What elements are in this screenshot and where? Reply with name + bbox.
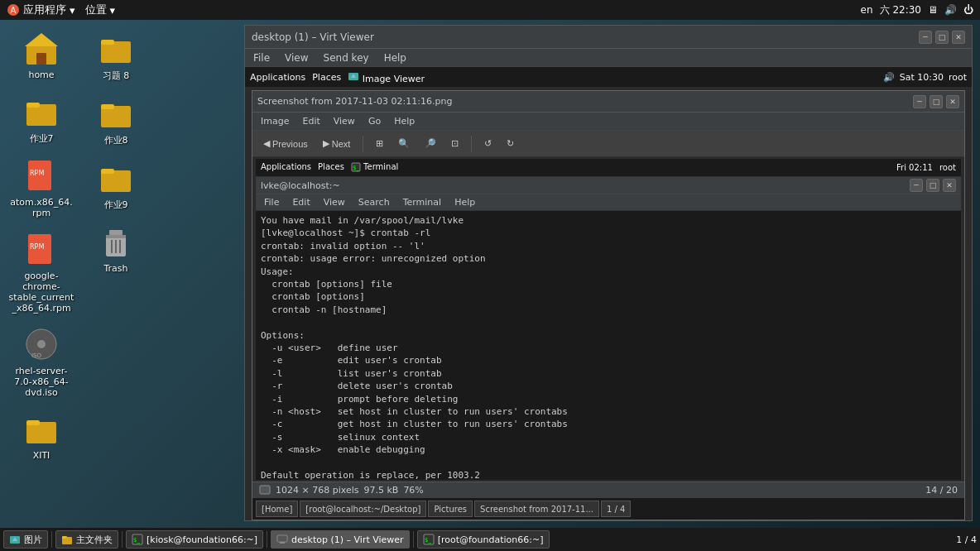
- rhel-iso-icon: ISO: [22, 324, 61, 364]
- iv-menu-image[interactable]: Image: [257, 114, 292, 128]
- taskbar-terminal[interactable]: $_ [kiosk@foundation66:~]: [126, 530, 263, 549]
- menu-help[interactable]: Help: [381, 50, 410, 65]
- svg-rect-40: [280, 542, 285, 544]
- inner-user: root: [949, 72, 967, 83]
- term-time: Fri 02:11: [896, 163, 933, 172]
- desktop-icon-chrome[interactable]: RPM google-chrome-stable_current_x86_64.…: [8, 229, 74, 314]
- svg-rect-39: [277, 535, 287, 542]
- desktop-icon-zuoye9[interactable]: 作业9: [83, 157, 149, 211]
- terminal-content[interactable]: You have mail in /var/spool/mail/lvke [l…: [256, 211, 961, 480]
- term-apps-label[interactable]: Applications: [261, 162, 311, 172]
- close-button[interactable]: ✕: [952, 31, 965, 44]
- desktop-icon-rhel[interactable]: ISO rhel-server-7.0-x86_64-dvd.iso: [8, 324, 74, 398]
- bottom-taskbar: 图片 主文件夹 $_ [kiosk@foundation66:~] deskto…: [0, 528, 980, 551]
- menu-file[interactable]: File: [250, 50, 273, 65]
- statusbar-zoom: 76%: [403, 485, 423, 496]
- desktop-icon-zuoye7[interactable]: 作业7: [8, 91, 74, 145]
- inner-task-screenshot[interactable]: Screenshot from 2017-11...: [474, 501, 599, 517]
- svg-text:$_: $_: [353, 165, 359, 171]
- actual-size-button[interactable]: ⊡: [445, 136, 464, 151]
- rotate-cw-button[interactable]: ↻: [501, 136, 520, 151]
- scr-minimize[interactable]: ─: [913, 95, 926, 108]
- desktop-icon-trash[interactable]: Trash: [83, 222, 149, 274]
- rotate-ccw-button[interactable]: ↺: [478, 136, 497, 151]
- zoom-out-button[interactable]: 🔍: [392, 136, 416, 151]
- statusbar-page: 14 / 20: [925, 485, 958, 496]
- term-menu-edit[interactable]: Edit: [289, 195, 313, 209]
- svg-rect-24: [109, 230, 122, 235]
- menu-view[interactable]: View: [281, 50, 311, 65]
- next-button[interactable]: ▶ Next: [317, 136, 357, 151]
- svg-rect-4: [36, 53, 46, 65]
- scr-close[interactable]: ✕: [946, 95, 959, 108]
- svg-rect-21: [101, 169, 114, 174]
- trash-label: Trash: [103, 263, 127, 274]
- scr-maximize[interactable]: □: [930, 95, 943, 108]
- svg-rect-36: [62, 536, 67, 539]
- iv-menu-edit[interactable]: Edit: [299, 114, 323, 128]
- top-bar-right: en 六 22:30 🖥 🔊 ⏻: [861, 3, 973, 17]
- terminal-taskbar-icon: $_: [132, 534, 143, 545]
- taskbar-files[interactable]: 主文件夹: [55, 530, 118, 549]
- inner-task-desktop[interactable]: [root@localhost:~/Desktop]: [300, 501, 426, 517]
- zuoye8-label: 作业8: [104, 134, 128, 146]
- taskbar-root[interactable]: $_ [root@foundation66:~]: [417, 530, 550, 549]
- terminal-menubar: File Edit View Search Terminal Help: [256, 194, 961, 211]
- svg-point-12: [37, 340, 46, 348]
- zuoye9-folder-icon: [96, 157, 136, 197]
- app-menu-arrow: ▾: [70, 4, 75, 17]
- zoom-in-icon: 🔎: [425, 138, 436, 149]
- desktop-icon-home[interactable]: home: [8, 28, 74, 80]
- term-min[interactable]: ─: [910, 179, 923, 192]
- prev-button[interactable]: ◀ Previous: [257, 136, 314, 151]
- taskbar-pictures[interactable]: 图片: [3, 530, 48, 549]
- inner-apps-menu[interactable]: Applications: [250, 72, 305, 83]
- rotate-ccw-icon: ↺: [484, 138, 492, 149]
- iv-menu-help[interactable]: Help: [391, 114, 418, 128]
- taskbar-virt[interactable]: desktop (1) – Virt Viewer: [271, 530, 410, 549]
- xiti-folder-icon: [22, 409, 61, 448]
- inner-task-screenshot-label: Screenshot from 2017-11...: [480, 505, 593, 514]
- term-menu-terminal[interactable]: Terminal: [400, 195, 445, 209]
- term-menu-search[interactable]: Search: [355, 195, 393, 209]
- term-places-label[interactable]: Places: [318, 162, 344, 172]
- image-viewer-icon: [348, 70, 359, 82]
- inner-topbar: Applications Places Image Viewer 🔊 Sat 1…: [245, 67, 972, 87]
- minimize-button[interactable]: ─: [919, 31, 932, 44]
- taskbar-sep2: [122, 531, 122, 548]
- menu-sendkey[interactable]: Send key: [320, 50, 372, 65]
- desktop-icon-zuoye8[interactable]: 作业8: [83, 93, 149, 146]
- desktop-icon-xiti8[interactable]: 习题 8: [83, 28, 149, 82]
- zoom-in-button[interactable]: 🔎: [419, 136, 442, 151]
- location-menu[interactable]: 位置 ▾: [85, 2, 116, 17]
- sound-icon: 🔊: [944, 4, 957, 16]
- inner-task-pictures-label: Pictures: [434, 505, 467, 514]
- files-taskbar-icon: [61, 534, 73, 545]
- iv-menu-go[interactable]: Go: [365, 114, 384, 128]
- maximize-button[interactable]: □: [935, 31, 949, 44]
- inner-task-home[interactable]: [Home]: [256, 501, 298, 517]
- desktop-icon-atom[interactable]: RPM atom.x86_64.rpm: [8, 156, 74, 218]
- inner-task-pictures[interactable]: Pictures: [428, 501, 473, 517]
- statusbar-thumb-icon: [259, 485, 271, 496]
- taskbar-pictures-label: 图片: [24, 534, 42, 546]
- app-menu[interactable]: A 应用程序 ▾: [7, 2, 75, 17]
- root-taskbar-icon: $_: [423, 534, 435, 545]
- atom-label: atom.x86_64.rpm: [8, 197, 74, 218]
- inner-task-page: 1 / 4: [601, 501, 631, 517]
- statusbar-dimensions: 1024 × 768 pixels: [276, 485, 358, 496]
- term-max[interactable]: □: [926, 179, 939, 192]
- gnome-icon: A: [7, 3, 20, 17]
- top-bar-left: A 应用程序 ▾ 位置 ▾: [7, 2, 115, 17]
- term-menu-file[interactable]: File: [261, 195, 282, 209]
- zuoye7-folder-icon: [22, 91, 61, 131]
- terminal-controls: ─ □ ✕: [910, 179, 956, 192]
- desktop-icon-xiti[interactable]: XITI: [8, 409, 74, 461]
- term-menu-view[interactable]: View: [320, 195, 348, 209]
- inner-places-menu[interactable]: Places: [312, 72, 341, 83]
- term-close[interactable]: ✕: [943, 179, 956, 192]
- zoom-fit-button[interactable]: ⊞: [370, 136, 389, 151]
- inner-topbar-right: 🔊 Sat 10:30 root: [883, 72, 967, 83]
- term-menu-help[interactable]: Help: [451, 195, 478, 209]
- iv-menu-view[interactable]: View: [330, 114, 358, 128]
